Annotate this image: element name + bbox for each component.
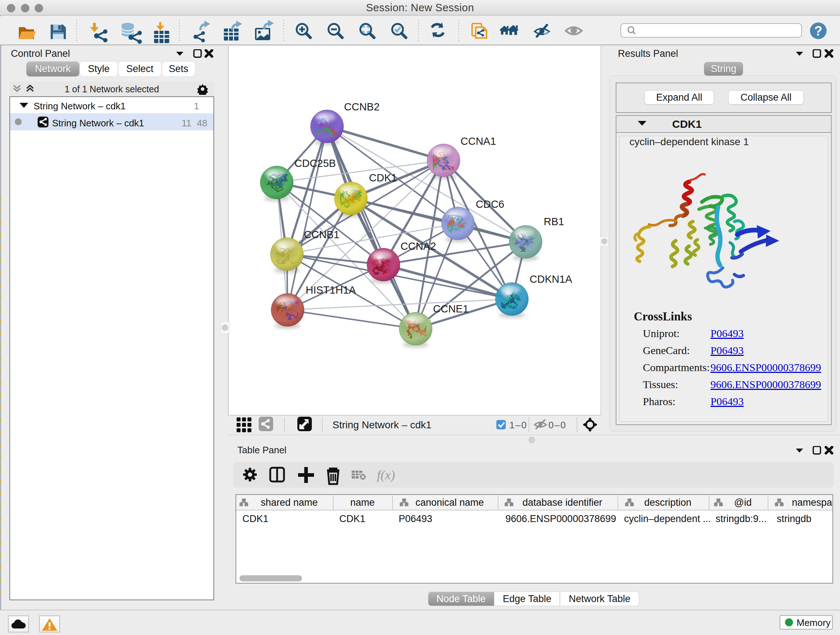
svg-text:HIST1H1A: HIST1H1A (306, 284, 356, 296)
svg-text:CDC25B: CDC25B (294, 157, 336, 169)
svg-text:CDC6: CDC6 (476, 198, 504, 210)
svg-text:CCNB1: CCNB1 (304, 229, 339, 241)
svg-text:CDKN1A: CDKN1A (530, 273, 572, 285)
svg-text:CCNB2: CCNB2 (344, 101, 379, 112)
svg-text:?: ? (814, 24, 822, 38)
svg-text:RB1: RB1 (544, 216, 564, 227)
svg-text:1 – 0: 1 – 0 (509, 420, 527, 431)
svg-text:0 – 0: 0 – 0 (548, 420, 566, 431)
svg-text:CCNE1: CCNE1 (433, 303, 469, 315)
svg-text:CDK1: CDK1 (369, 172, 397, 184)
svg-text:f(x): f(x) (377, 468, 395, 482)
svg-text:CCNA2: CCNA2 (401, 241, 436, 252)
svg-text:String Network – cdk1: String Network – cdk1 (332, 419, 431, 431)
svg-text:CCNA1: CCNA1 (461, 135, 496, 147)
